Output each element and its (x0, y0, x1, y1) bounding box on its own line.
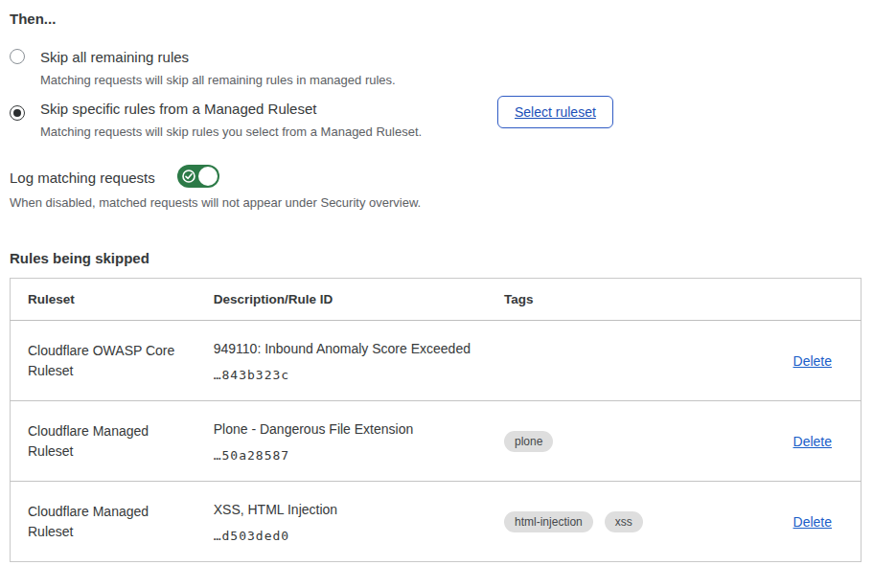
ruleset-cell: Cloudflare Managed Ruleset (11, 401, 196, 482)
description-cell: XSS, HTML Injection …d503ded0 (196, 482, 487, 562)
log-matching-requests-label: Log matching requests (10, 169, 155, 188)
rule-id: …843b323c (214, 368, 473, 382)
check-circle-icon (182, 170, 195, 183)
ruleset-cell: Cloudflare Managed Ruleset (11, 482, 196, 562)
action-cell: Delete (709, 401, 861, 482)
waf-skip-rule-panel: Then... Skip all remaining rules Matchin… (0, 0, 873, 588)
skip-all-rules-label[interactable]: Skip all remaining rules (40, 48, 189, 67)
ruleset-cell: Cloudflare OWASP Core Ruleset (11, 321, 196, 401)
column-header-ruleset: Ruleset (11, 279, 196, 321)
tags-cell: plone (487, 401, 709, 482)
rule-description: Plone - Dangerous File Extension (214, 420, 473, 438)
tag-pill: xss (605, 511, 643, 532)
log-matching-requests-description: When disabled, matched requests will not… (10, 194, 421, 211)
description-cell: 949110: Inbound Anomaly Score Exceeded …… (196, 321, 487, 401)
rule-id: …d503ded0 (214, 529, 473, 543)
rule-id: …50a28587 (214, 448, 473, 463)
rule-description: XSS, HTML Injection (214, 501, 473, 518)
table-row: Cloudflare Managed Ruleset XSS, HTML Inj… (11, 482, 862, 562)
delete-link[interactable]: Delete (793, 514, 832, 530)
radio-skip-all-rules[interactable] (10, 49, 25, 64)
skip-specific-rules-description: Matching requests will skip rules you se… (40, 124, 422, 140)
table-row: Cloudflare OWASP Core Ruleset 949110: In… (11, 321, 862, 401)
action-cell: Delete (709, 482, 861, 562)
table-header-row: Ruleset Description/Rule ID Tags (11, 279, 862, 321)
tags-cell: html-injection xss (487, 482, 709, 562)
tags-cell (487, 321, 709, 401)
rules-being-skipped-heading: Rules being skipped (10, 250, 149, 266)
log-matching-requests-toggle[interactable] (177, 165, 219, 188)
tag-pill: plone (504, 431, 553, 452)
delete-link[interactable]: Delete (793, 353, 832, 369)
action-cell: Delete (709, 321, 861, 401)
select-ruleset-button[interactable]: Select ruleset (497, 96, 613, 128)
rule-description: 949110: Inbound Anomaly Score Exceeded (214, 340, 473, 357)
toggle-knob[interactable] (198, 167, 218, 186)
then-heading: Then... (10, 11, 56, 27)
delete-link[interactable]: Delete (793, 434, 832, 449)
column-header-description-rule-id: Description/Rule ID (196, 279, 487, 321)
table-row: Cloudflare Managed Ruleset Plone - Dange… (11, 401, 862, 482)
skipped-rules-table: Ruleset Description/Rule ID Tags Cloudfl… (10, 278, 862, 562)
radio-skip-specific-rules[interactable] (10, 105, 25, 121)
description-cell: Plone - Dangerous File Extension …50a285… (196, 401, 487, 482)
skip-specific-rules-label[interactable]: Skip specific rules from a Managed Rules… (40, 100, 316, 119)
column-header-tags: Tags (487, 279, 709, 321)
column-header-actions (709, 279, 861, 321)
skip-all-rules-description: Matching requests will skip all remainin… (40, 72, 396, 88)
tag-pill: html-injection (504, 511, 593, 532)
